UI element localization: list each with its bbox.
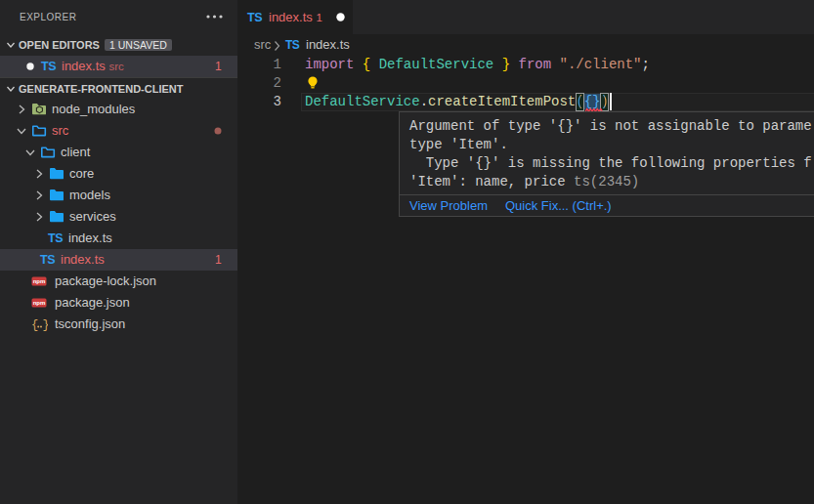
svg-text:npm: npm [33,278,46,284]
svg-text:}: } [42,318,48,332]
svg-text:npm: npm [33,300,46,306]
svg-text:{: { [31,318,38,332]
